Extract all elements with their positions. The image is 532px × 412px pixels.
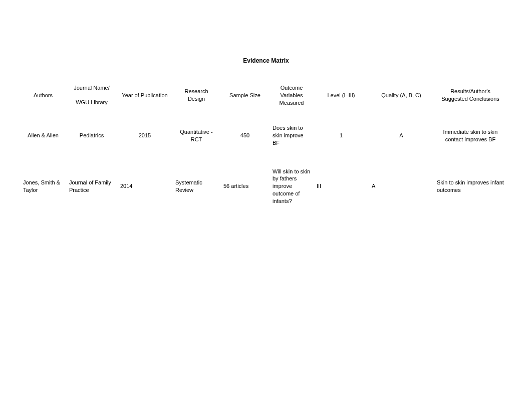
cell-journal: Pediatrics	[66, 132, 117, 139]
col-header-authors: Authors	[20, 92, 66, 99]
cell-results: Skin to skin improves infant outcomes	[434, 179, 507, 194]
col-header-sample: Sample Size	[220, 92, 270, 99]
cell-year: 2015	[117, 132, 172, 139]
table-row: Jones, Smith & Taylor Journal of Family …	[20, 161, 512, 212]
cell-outcome: Will skin to skin by fathers improve out…	[270, 168, 314, 205]
cell-sample: 450	[220, 132, 270, 139]
cell-authors: Allen & Allen	[20, 132, 66, 139]
col-header-journal-line1: Journal Name/	[74, 84, 110, 92]
cell-authors: Jones, Smith & Taylor	[20, 179, 66, 194]
cell-results: Immediate skin to skin contact improves …	[434, 128, 507, 143]
col-header-design: Research Design	[172, 88, 220, 103]
cell-outcome: Does skin to skin improve BF	[270, 124, 314, 147]
col-header-results: Results/Author's Suggested Conclusions	[434, 88, 507, 103]
cell-level: III	[314, 182, 369, 190]
cell-quality: A	[369, 132, 434, 139]
col-header-quality: Quality (A, B, C)	[369, 92, 434, 99]
table-row: Allen & Allen Pediatrics 2015 Quantitati…	[20, 111, 512, 161]
cell-year: 2014	[117, 182, 172, 190]
col-header-outcome: Outcome Variables Measured	[270, 84, 314, 107]
table-header-row: Authors Journal Name/ WGU Library Year o…	[20, 80, 512, 111]
cell-quality: A	[369, 182, 434, 190]
col-header-journal: Journal Name/ WGU Library	[66, 84, 117, 106]
col-header-journal-line2: WGU Library	[76, 99, 108, 106]
cell-sample: 56 articles	[220, 182, 270, 190]
col-header-level: Level (I–III)	[314, 92, 369, 99]
evidence-matrix-table: Authors Journal Name/ WGU Library Year o…	[20, 80, 512, 212]
page-title: Evidence Matrix	[0, 57, 532, 64]
cell-design: Quantitative - RCT	[172, 128, 220, 143]
cell-design: Systematic Review	[172, 179, 220, 194]
cell-journal: Journal of Family Practice	[66, 179, 117, 194]
cell-level: 1	[314, 132, 369, 139]
col-header-year: Year of Publication	[117, 92, 172, 99]
